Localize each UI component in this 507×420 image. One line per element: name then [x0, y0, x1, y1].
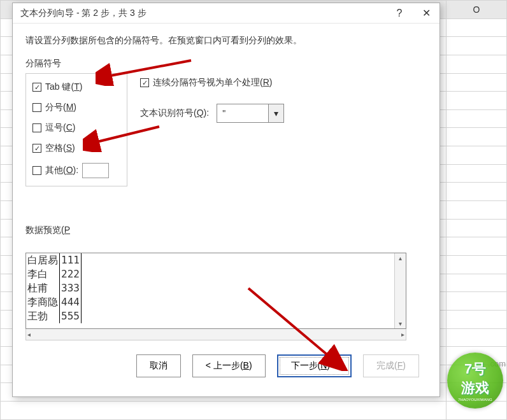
label-other: 其他(O): [45, 165, 78, 176]
finish-button[interactable]: 完成(F) [363, 354, 419, 377]
qualifier-value: " [217, 108, 268, 118]
titlebar[interactable]: 文本分列向导 - 第 2 步，共 3 步 ? ✕ [13, 3, 439, 24]
delimiter-semicolon[interactable]: 分号(M) [32, 102, 120, 113]
cell[interactable] [446, 18, 507, 37]
delimiter-tab[interactable]: Tab 键(T) [32, 81, 120, 93]
scroll-right-icon[interactable]: ▸ [400, 330, 406, 339]
chevron-down-icon[interactable]: ▾ [268, 104, 283, 122]
delimiter-space[interactable]: 空格(S) [32, 143, 120, 154]
next-button[interactable]: 下一步(N) > [277, 354, 352, 377]
checkbox-consecutive[interactable] [140, 78, 149, 87]
label-consecutive: 连续分隔符号视为单个处理(R) [153, 77, 272, 88]
preview-row: 李白222 [26, 267, 81, 281]
preview-row: 王勃555 [26, 309, 81, 323]
delimiter-other[interactable]: 其他(O): [32, 163, 120, 178]
cell[interactable] [446, 37, 507, 55]
label-semicolon: 分号(M) [45, 102, 76, 113]
close-button[interactable]: ✕ [413, 3, 439, 24]
cell[interactable] [446, 55, 507, 73]
scroll-up-icon[interactable]: ▴ [397, 253, 403, 263]
help-button[interactable]: ? [386, 3, 413, 24]
watermark-logo: .com 7号 游戏 7HAOYOUXIWANG [447, 353, 503, 409]
label-comma: 逗号(C) [45, 122, 75, 134]
label-tab: Tab 键(T) [45, 81, 82, 93]
qualifier-label: 文本识别符号(Q): [140, 108, 209, 119]
cell[interactable] [446, 328, 507, 347]
consecutive-delimiter-row[interactable]: 连续分隔符号视为单个处理(R) [140, 77, 284, 88]
watermark-line2: 游戏 [461, 379, 489, 398]
scroll-down-icon[interactable]: ▾ [397, 319, 403, 328]
checkbox-other[interactable] [32, 166, 41, 175]
cell[interactable] [446, 274, 507, 292]
delimiter-group-label: 分隔符号 [25, 58, 427, 69]
checkbox-tab[interactable] [32, 83, 41, 92]
cell[interactable] [446, 109, 507, 128]
cell[interactable] [446, 164, 507, 183]
cell[interactable] [446, 201, 507, 220]
back-button[interactable]: < 上一步(B) [192, 354, 266, 377]
delimiter-comma[interactable]: 逗号(C) [32, 122, 120, 134]
col-header-o[interactable]: O [446, 1, 507, 19]
cell[interactable] [446, 255, 507, 274]
dialog-title: 文本分列向导 - 第 2 步，共 3 步 [20, 8, 386, 19]
watermark-circle-icon: 7号 游戏 7HAOYOUXIWANG [447, 353, 503, 409]
cell[interactable] [446, 73, 507, 92]
delimiter-box: Tab 键(T) 分号(M) 逗号(C) 空格(S) 其他(O): [25, 73, 127, 186]
checkbox-comma[interactable] [32, 123, 41, 132]
qualifier-dropdown[interactable]: " ▾ [217, 104, 284, 123]
preview-box: 白居易111 李白222 杜甫333 李商隐444 王勃555 ▴ ▾ [25, 253, 406, 329]
cell[interactable] [446, 237, 507, 256]
label-space: 空格(S) [45, 143, 75, 154]
checkbox-space[interactable] [32, 144, 41, 153]
scroll-left-icon[interactable]: ◂ [26, 330, 32, 339]
cell[interactable] [1, 402, 446, 420]
cell[interactable] [446, 92, 507, 110]
preview-label: 数据预览(P [25, 225, 427, 236]
text-to-columns-dialog: 文本分列向导 - 第 2 步，共 3 步 ? ✕ 请设置分列数据所包含的分隔符号… [12, 3, 440, 397]
checkbox-semicolon[interactable] [32, 103, 41, 112]
cell[interactable] [446, 219, 507, 237]
scrollbar-horizontal[interactable]: ◂ ▸ [25, 329, 406, 340]
cell[interactable] [446, 310, 507, 328]
other-delimiter-input[interactable] [82, 163, 109, 178]
cell[interactable] [446, 183, 507, 201]
cell[interactable] [446, 292, 507, 311]
scrollbar-vertical[interactable]: ▴ ▾ [394, 253, 406, 328]
cancel-button[interactable]: 取消 [136, 354, 181, 377]
watermark-line1: 7号 [464, 360, 486, 379]
preview-row: 杜甫333 [26, 281, 81, 295]
preview-row: 李商隐444 [26, 295, 81, 309]
close-icon: ✕ [422, 7, 431, 19]
preview-table: 白居易111 李白222 杜甫333 李商隐444 王勃555 [26, 253, 394, 328]
cell[interactable] [446, 146, 507, 165]
instruction-text: 请设置分列数据所包含的分隔符号。在预览窗口内可看到分列的效果。 [25, 35, 427, 46]
watermark-sub: 7HAOYOUXIWANG [458, 398, 492, 402]
cell[interactable] [446, 128, 507, 146]
preview-row: 白居易111 [26, 253, 81, 267]
